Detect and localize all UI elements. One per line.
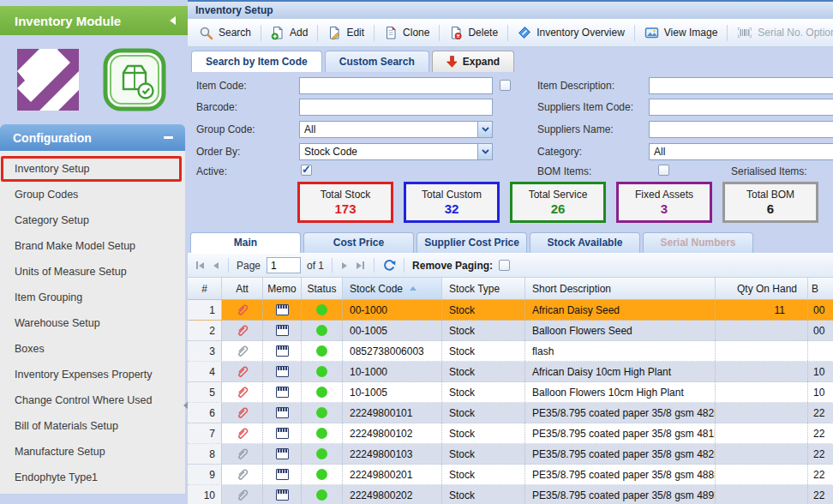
first-page-button[interactable]: [195, 260, 206, 271]
bom-items-checkbox[interactable]: [658, 165, 669, 176]
tab-search-by-item-code[interactable]: Search by Item Code: [191, 51, 322, 72]
cell-attachment[interactable]: [222, 465, 263, 484]
table-row[interactable]: 6 22249800101 Stock PE35/8.795 coated pa…: [188, 403, 833, 423]
search-button[interactable]: Search: [191, 22, 259, 43]
collapse-section-icon[interactable]: [164, 136, 173, 139]
col-header-stock-type[interactable]: Stock Type: [442, 278, 525, 299]
table-row[interactable]: 9 22249800201 Stock PE35/8.795 coated pa…: [188, 465, 833, 485]
grid-tab[interactable]: Cost Price: [303, 232, 414, 253]
group-code-dropdown-button[interactable]: [477, 122, 492, 137]
cell-memo[interactable]: [263, 382, 302, 402]
sidebar-menu-item[interactable]: Item Grouping: [0, 285, 185, 310]
grid-tab[interactable]: Main: [190, 232, 301, 253]
sidebar-collapse-icon[interactable]: [170, 16, 176, 25]
col-header-status[interactable]: Status: [302, 278, 343, 299]
sidebar-menu-item[interactable]: Boxes: [0, 336, 185, 362]
cell-memo[interactable]: [263, 300, 302, 320]
grid-tab[interactable]: Supplier Cost Price: [416, 232, 527, 253]
table-row[interactable]: 4 10-1000 Stock African Daisy 10cm High …: [188, 362, 833, 382]
table-row[interactable]: 8 22249800103 Stock PE35/8.795 coated pa…: [188, 444, 833, 465]
col-header-att[interactable]: Att: [222, 278, 263, 299]
sidebar-menu-item[interactable]: Brand Make Model Setup: [0, 233, 185, 259]
sidebar-menu-item[interactable]: Inventory Setup: [0, 156, 185, 182]
cell-attachment[interactable]: [222, 341, 263, 361]
sidebar-menu-item[interactable]: Bill of Materials Setup: [0, 413, 185, 439]
cell-attachment[interactable]: [222, 444, 263, 464]
remove-paging-checkbox[interactable]: [499, 260, 510, 271]
toolbar-separator: [317, 25, 318, 41]
table-row[interactable]: 10 22249800202 Stock PE35/8.795 coated p…: [188, 485, 833, 504]
cell-attachment[interactable]: [222, 485, 263, 504]
sidebar-menu-item[interactable]: Category Setup: [0, 207, 185, 233]
page-input[interactable]: [267, 257, 301, 273]
order-by-dropdown-button[interactable]: [477, 144, 492, 159]
sidebar-menu-item-label: Warehouse Setup: [15, 317, 100, 329]
cell-attachment[interactable]: [222, 321, 263, 340]
sidebar-menu-item[interactable]: Warehouse Setup: [0, 310, 185, 336]
item-code-input[interactable]: [299, 77, 493, 94]
cell-memo[interactable]: [263, 485, 302, 504]
cell-status: [302, 321, 343, 340]
suppliers-name-input[interactable]: [649, 121, 833, 138]
table-row[interactable]: 1 00-1000 Stock African Daisy Seed 11 00: [188, 300, 833, 321]
edit-button[interactable]: Edit: [320, 22, 372, 43]
serial-no-options-button[interactable]: Serial No. Options: [729, 22, 833, 43]
refresh-icon[interactable]: [382, 259, 396, 273]
cell-memo[interactable]: [263, 423, 302, 443]
col-header-barcode[interactable]: B: [808, 278, 833, 299]
sidebar-menu-item-label: Endophyte Type1: [15, 471, 98, 483]
next-page-button[interactable]: [340, 261, 349, 271]
tab-custom-search[interactable]: Custom Search: [325, 51, 429, 72]
add-button[interactable]: Add: [263, 22, 315, 43]
cell-attachment[interactable]: [222, 382, 263, 402]
previous-page-button[interactable]: [212, 261, 220, 271]
col-header-short-description[interactable]: Short Description: [525, 278, 716, 299]
serial-no-options-label: Serial No. Options: [758, 27, 833, 39]
status-active-icon: [316, 428, 327, 439]
cell-memo[interactable]: [263, 465, 302, 484]
cell-attachment[interactable]: [222, 423, 263, 443]
view-image-button[interactable]: View Image: [637, 22, 725, 43]
table-row[interactable]: 3 0852738006003 Stock flash: [188, 341, 833, 362]
table-row[interactable]: 2 00-1005 Stock Balloon Flowers Seed 00: [188, 321, 833, 341]
suppliers-item-code-input[interactable]: [649, 99, 833, 116]
sidebar-menu-item[interactable]: Inventory Expenses Property: [0, 362, 185, 387]
sidebar-menu-item[interactable]: Units of Measure Setup: [0, 259, 185, 285]
active-checkbox[interactable]: [301, 165, 312, 176]
category-select[interactable]: All: [649, 143, 833, 160]
cell-memo[interactable]: [263, 444, 302, 464]
group-code-select[interactable]: All: [299, 121, 493, 138]
module-header[interactable]: Inventory Module: [0, 6, 188, 35]
cell-memo[interactable]: [263, 341, 302, 361]
sidebar-menu-item[interactable]: Manufacture Setup: [0, 439, 185, 465]
cell-memo[interactable]: [263, 403, 302, 423]
cell-attachment[interactable]: [222, 300, 263, 320]
col-header-qty-on-hand[interactable]: Qty On Hand: [716, 278, 808, 299]
clone-button[interactable]: Clone: [376, 22, 437, 43]
inventory-overview-button[interactable]: Inventory Overview: [510, 22, 632, 43]
cell-stock-code: 10-1000: [343, 362, 442, 381]
col-header-stock-code[interactable]: Stock Code: [343, 278, 442, 299]
cell-attachment[interactable]: [222, 362, 263, 381]
sidebar-menu-item[interactable]: Group Codes: [0, 182, 185, 207]
table-row[interactable]: 5 10-1005 Stock Balloon Flowers 10cm Hig…: [188, 382, 833, 403]
item-code-checkbox[interactable]: [500, 80, 511, 91]
expand-button[interactable]: Expand: [432, 51, 514, 72]
sidebar-menu-item[interactable]: Change Control Where Used: [0, 387, 185, 413]
cell-qty-on-hand: [716, 423, 808, 443]
configuration-section-header[interactable]: Configuration: [0, 124, 185, 151]
order-by-select[interactable]: Stock Code: [299, 143, 493, 160]
grid-tab[interactable]: Serial Numbers: [643, 232, 753, 253]
item-description-input[interactable]: [649, 77, 833, 94]
cell-attachment[interactable]: [222, 403, 263, 423]
delete-button[interactable]: Delete: [441, 22, 506, 43]
last-page-button[interactable]: [355, 260, 366, 271]
table-row[interactable]: 7 22249800102 Stock PE35/8.795 coated pa…: [188, 423, 833, 444]
grid-tab[interactable]: Stock Available: [530, 232, 640, 253]
col-header-number[interactable]: #: [188, 278, 222, 299]
cell-memo[interactable]: [263, 362, 302, 381]
col-header-memo[interactable]: Memo: [263, 278, 302, 299]
barcode-input[interactable]: [299, 99, 493, 116]
sidebar-menu-item[interactable]: Endophyte Type1: [0, 465, 185, 490]
cell-memo[interactable]: [263, 321, 302, 340]
